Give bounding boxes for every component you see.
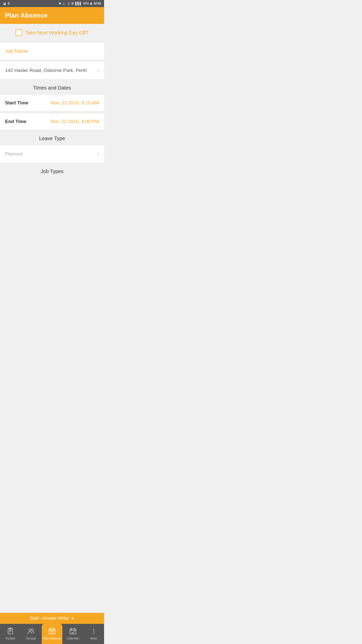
location-chevron-icon: › — [97, 67, 99, 74]
battery-percent: 96% — [83, 2, 89, 5]
alarm-icon: ◷ — [67, 2, 70, 5]
status-bar-right-icons: ✖ 🔈 ◷ ⌘ ▌▌▌ 96% ▮ 10:53 — [59, 2, 101, 5]
page-title: Plan Absence — [5, 12, 99, 19]
start-time-label: Start Time — [5, 100, 28, 106]
location-address: 142 Hasler Road, Osborne Park, Perth — [5, 68, 87, 73]
gallery-icon: ◪ — [3, 2, 6, 5]
status-bar-left-icons: ◪ ⛤ — [3, 2, 10, 5]
header: Plan Absence — [0, 7, 104, 24]
leave-type-chevron-icon: › — [97, 151, 99, 157]
main-content: Take Next Working Day Off? Job Name 142 … — [0, 24, 104, 210]
leave-type-value: Planned — [5, 151, 23, 157]
take-next-day-checkbox[interactable]: Take Next Working Day Off? — [16, 29, 88, 36]
end-time-label: End Time — [5, 119, 26, 124]
battery-icon: ▮ — [90, 2, 92, 5]
take-next-day-row[interactable]: Take Next Working Day Off? — [0, 24, 104, 42]
start-time-card[interactable]: Start Time Nov, 22 2016, 8:15 AM — [0, 94, 104, 111]
job-types-section-label: Job Types — [0, 164, 104, 177]
times-dates-section-label: Times and Dates — [0, 80, 104, 93]
location-card[interactable]: 142 Hasler Road, Osborne Park, Perth › — [0, 61, 104, 79]
job-name-label: Job Name — [5, 48, 28, 54]
bluetooth-icon: ✖ — [59, 2, 61, 5]
status-bar: ◪ ⛤ ✖ 🔈 ◷ ⌘ ▌▌▌ 96% ▮ 10:53 — [0, 0, 104, 7]
camera-icon: ⛤ — [7, 2, 10, 5]
take-next-day-label: Take Next Working Day Off? — [25, 30, 88, 36]
leave-type-section-label: Leave Type — [0, 131, 104, 144]
start-time-value: Nov, 22 2016, 8:15 AM — [51, 100, 99, 106]
signal-icon: ▌▌▌ — [75, 2, 82, 5]
time-display: 10:53 — [93, 2, 101, 5]
job-name-card[interactable]: Job Name — [0, 43, 104, 60]
end-time-value: Nov, 22 2016, 4:00 PM — [51, 119, 99, 124]
leave-type-card[interactable]: Planned › — [0, 145, 104, 163]
checkbox-box[interactable] — [16, 29, 22, 36]
end-time-card[interactable]: End Time Nov, 22 2016, 4:00 PM — [0, 113, 104, 130]
mute-icon: 🔈 — [62, 2, 66, 5]
wifi-icon: ⌘ — [71, 2, 74, 5]
